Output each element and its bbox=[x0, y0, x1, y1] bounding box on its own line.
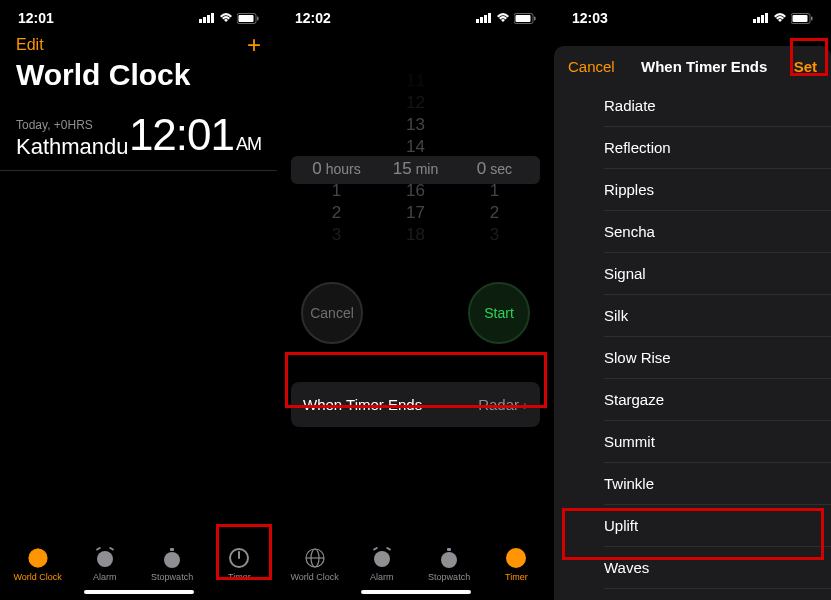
sound-item[interactable]: Ripples bbox=[604, 169, 831, 211]
globe-icon bbox=[26, 546, 50, 570]
svg-rect-5 bbox=[239, 15, 254, 22]
sheet-title: When Timer Ends bbox=[641, 58, 767, 75]
svg-rect-6 bbox=[257, 16, 259, 20]
battery-icon bbox=[237, 13, 259, 24]
stopwatch-icon bbox=[160, 546, 184, 570]
svg-point-15 bbox=[164, 552, 180, 568]
sound-item[interactable]: Reflection bbox=[604, 127, 831, 169]
tab-stopwatch[interactable]: Stopwatch bbox=[141, 546, 203, 582]
timer-icon bbox=[504, 546, 528, 570]
status-time: 12:02 bbox=[295, 10, 331, 26]
sound-item[interactable]: Radiate bbox=[604, 85, 831, 127]
clock-offset: Today, +0HRS bbox=[16, 118, 129, 132]
status-indicators bbox=[753, 13, 813, 24]
tab-bar: World Clock Alarm Stopwatch Timer bbox=[277, 540, 554, 586]
home-indicator[interactable] bbox=[361, 590, 471, 594]
svg-rect-22 bbox=[488, 13, 491, 23]
sound-item[interactable]: Silk bbox=[604, 295, 831, 337]
sound-item[interactable]: Stargaze bbox=[604, 379, 831, 421]
sound-picker-sheet: Cancel When Timer Ends Set Radiate Refle… bbox=[554, 46, 831, 600]
sound-item[interactable]: Signal bbox=[604, 253, 831, 295]
cancel-button[interactable]: Cancel bbox=[301, 282, 363, 344]
svg-point-12 bbox=[97, 551, 113, 567]
svg-rect-14 bbox=[109, 547, 114, 551]
sound-item[interactable]: Slow Rise bbox=[604, 337, 831, 379]
svg-rect-1 bbox=[203, 17, 206, 23]
status-bar: 12:02 bbox=[277, 0, 554, 30]
battery-icon bbox=[791, 13, 813, 24]
sound-list[interactable]: Radiate Reflection Ripples Sencha Signal… bbox=[554, 85, 831, 600]
svg-rect-21 bbox=[484, 15, 487, 23]
clock-time-display: 12:01AM bbox=[129, 110, 261, 160]
time-picker[interactable]: 0 hours 1 2 3 11 12 13 14 15 min 16 17 1… bbox=[277, 70, 554, 246]
svg-rect-38 bbox=[761, 15, 764, 23]
home-indicator[interactable] bbox=[84, 590, 194, 594]
page-title: World Clock bbox=[0, 58, 277, 108]
svg-rect-19 bbox=[476, 19, 479, 23]
timer-icon bbox=[227, 546, 251, 570]
svg-rect-41 bbox=[793, 15, 808, 22]
signal-icon bbox=[199, 13, 215, 23]
svg-point-32 bbox=[441, 552, 457, 568]
tab-world-clock[interactable]: World Clock bbox=[284, 546, 346, 582]
svg-rect-0 bbox=[199, 19, 202, 23]
globe-icon bbox=[303, 546, 327, 570]
svg-rect-2 bbox=[207, 15, 210, 23]
picker-seconds[interactable]: 0 sec 1 2 3 bbox=[460, 70, 530, 246]
signal-icon bbox=[476, 13, 492, 23]
status-time: 12:03 bbox=[572, 10, 608, 26]
tab-alarm[interactable]: Alarm bbox=[351, 546, 413, 582]
when-timer-ends-row[interactable]: When Timer Ends Radar › bbox=[291, 382, 540, 427]
status-time: 12:01 bbox=[18, 10, 54, 26]
start-button[interactable]: Start bbox=[468, 282, 530, 344]
svg-rect-37 bbox=[757, 17, 760, 23]
when-timer-ends-value: Radar bbox=[478, 396, 519, 413]
svg-rect-13 bbox=[96, 547, 101, 551]
screen-timer-sound-picker: 12:03 Cancel When Timer Ends Set Radiate… bbox=[554, 0, 831, 600]
svg-rect-39 bbox=[765, 13, 768, 23]
set-button[interactable]: Set bbox=[794, 58, 817, 75]
svg-rect-24 bbox=[516, 15, 531, 22]
battery-icon bbox=[514, 13, 536, 24]
status-bar: 12:03 bbox=[554, 0, 831, 30]
status-indicators bbox=[476, 13, 536, 24]
sound-item-classic[interactable]: Classic› bbox=[604, 589, 831, 600]
tab-timer[interactable]: Timer bbox=[208, 546, 270, 582]
tab-alarm[interactable]: Alarm bbox=[74, 546, 136, 582]
wifi-icon bbox=[773, 13, 787, 23]
alarm-icon bbox=[370, 546, 394, 570]
when-timer-ends-label: When Timer Ends bbox=[303, 396, 422, 413]
edit-button[interactable]: Edit bbox=[16, 36, 44, 54]
status-indicators bbox=[199, 13, 259, 24]
svg-rect-36 bbox=[753, 19, 756, 23]
svg-rect-31 bbox=[386, 547, 391, 551]
stopwatch-icon bbox=[437, 546, 461, 570]
sound-item[interactable]: Uplift bbox=[604, 505, 831, 547]
wifi-icon bbox=[496, 13, 510, 23]
svg-rect-42 bbox=[811, 16, 813, 20]
tab-bar: World Clock Alarm Stopwatch Timer bbox=[0, 540, 277, 586]
clock-city: Kathmandu bbox=[16, 134, 129, 160]
status-bar: 12:01 bbox=[0, 0, 277, 30]
svg-rect-3 bbox=[211, 13, 214, 23]
svg-rect-16 bbox=[170, 548, 174, 551]
sound-item[interactable]: Waves bbox=[604, 547, 831, 589]
sound-item[interactable]: Summit bbox=[604, 421, 831, 463]
svg-rect-20 bbox=[480, 17, 483, 23]
alarm-icon bbox=[93, 546, 117, 570]
sound-item[interactable]: Twinkle bbox=[604, 463, 831, 505]
signal-icon bbox=[753, 13, 769, 23]
world-clock-row[interactable]: Today, +0HRS Kathmandu 12:01AM bbox=[0, 108, 277, 171]
svg-rect-25 bbox=[534, 16, 536, 20]
svg-rect-30 bbox=[373, 547, 378, 551]
cancel-button[interactable]: Cancel bbox=[568, 58, 615, 75]
tab-timer[interactable]: Timer bbox=[485, 546, 547, 582]
add-button[interactable]: + bbox=[247, 36, 261, 54]
picker-minutes[interactable]: 11 12 13 14 15 min 16 17 18 bbox=[381, 70, 451, 246]
picker-hours[interactable]: 0 hours 1 2 3 bbox=[302, 70, 372, 246]
tab-world-clock[interactable]: World Clock bbox=[7, 546, 69, 582]
svg-point-29 bbox=[374, 551, 390, 567]
screen-timer: 12:02 0 hours 1 2 3 11 12 13 14 15 min 1… bbox=[277, 0, 554, 600]
sound-item[interactable]: Sencha bbox=[604, 211, 831, 253]
tab-stopwatch[interactable]: Stopwatch bbox=[418, 546, 480, 582]
